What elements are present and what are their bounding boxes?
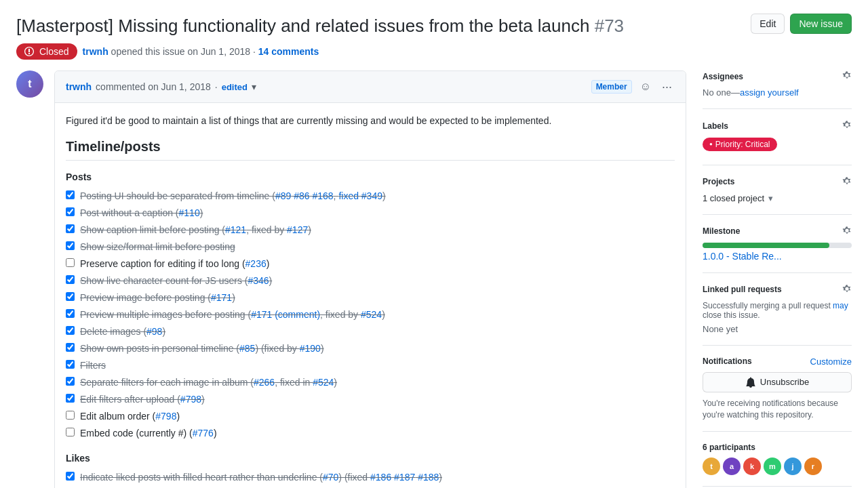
list-item: Filters (66, 357, 675, 374)
comment-with-avatar: t trwnh commented on Jun 1, 2018 · edite… (16, 70, 686, 488)
milestone-section: Milestone 1.0.0 - Stable Re... (703, 215, 852, 273)
milestone-gear-button[interactable] (842, 226, 852, 237)
comment-header: trwnh commented on Jun 1, 2018 · edited … (55, 71, 686, 103)
projects-gear-button[interactable] (842, 176, 852, 188)
comment-body: Figured it'd be good to maintain a list … (55, 103, 686, 488)
assignees-content: No one—assign yourself (703, 87, 852, 98)
main-content: t trwnh commented on Jun 1, 2018 · edite… (16, 70, 686, 488)
milestone-title: Milestone (703, 226, 852, 237)
list-item: Posting UI should be separated from time… (66, 188, 675, 205)
comment-header-right: Member ☺ ··· (591, 78, 675, 96)
content-layout: t trwnh commented on Jun 1, 2018 · edite… (16, 70, 852, 488)
new-issue-button[interactable]: New issue (790, 14, 852, 34)
unsubscribe-button[interactable]: Unsubscribe (703, 372, 852, 392)
participants-avatars: t a k m j r (703, 458, 852, 475)
gear-icon (842, 226, 852, 235)
closed-icon (24, 46, 35, 57)
list-item: Show own posts in personal timeline (#85… (66, 340, 675, 357)
likes-subsection-heading: Likes (66, 453, 675, 464)
posts-checklist: Posting UI should be separated from time… (66, 188, 675, 442)
gear-icon (842, 120, 852, 129)
participant-avatar[interactable]: j (784, 458, 802, 475)
edited-link[interactable]: edited (222, 82, 248, 92)
comment-intro: Figured it'd be good to maintain a list … (66, 114, 675, 128)
issue-title: [Masterpost] Missing functionality and r… (16, 14, 852, 38)
posts-subsection-heading: Posts (66, 171, 675, 182)
assignees-gear-button[interactable] (842, 70, 852, 82)
list-item: Show caption limit before posting (#121,… (66, 222, 675, 239)
list-item: Edit filters after upload (#798) (66, 391, 675, 408)
gear-icon (842, 70, 852, 80)
linked-prs-title: Linked pull requests (703, 284, 852, 296)
projects-title: Projects (703, 176, 852, 188)
issue-header: [Masterpost] Missing functionality and r… (16, 14, 852, 60)
may-close-link[interactable]: may (833, 301, 848, 310)
linked-prs-gear-button[interactable] (842, 284, 852, 296)
member-badge: Member (591, 80, 632, 94)
emoji-button[interactable]: ☺ (637, 78, 654, 96)
list-item: Delete images (#98) (66, 323, 675, 340)
linked-prs-section: Linked pull requests Successfully mergin… (703, 273, 852, 346)
assignees-section: Assignees No one—assign yourself (703, 70, 852, 109)
participant-avatar[interactable]: a (723, 458, 741, 475)
notifications-header: Notifications Customize (703, 357, 852, 367)
participant-avatar[interactable]: t (703, 458, 720, 475)
projects-content: 1 closed project ▾ (703, 193, 852, 203)
issue-meta: Closed trwnh opened this issue on Jun 1,… (16, 43, 852, 60)
likes-checklist: Indicate liked posts with filled heart r… (66, 469, 675, 488)
list-item: Show live character count for JS users (… (66, 272, 675, 289)
list-item: Show size/format limit before posting (66, 239, 675, 256)
list-item: Preview image before posting (#171) (66, 289, 675, 306)
status-badge: Closed (16, 43, 77, 60)
issue-meta-text: trwnh opened this issue on Jun 1, 2018 ·… (83, 46, 319, 57)
gear-icon (842, 176, 852, 186)
list-item: Indicate liked posts with filled heart r… (66, 469, 675, 486)
comment-box: trwnh commented on Jun 1, 2018 · edited … (54, 70, 686, 488)
comment-header-left: trwnh commented on Jun 1, 2018 · edited … (66, 81, 256, 92)
list-item: Embed code (currently #) (#776) (66, 425, 675, 442)
participants-title: 6 participants (703, 443, 852, 452)
avatar: t (16, 70, 43, 98)
issue-number: #73 (595, 16, 624, 36)
milestone-progress-bar-bg (703, 243, 852, 248)
edit-button[interactable]: Edit (751, 14, 785, 34)
dropdown-arrow-icon: ▾ (768, 193, 773, 203)
labels-section: Labels Priority: Critical (703, 109, 852, 165)
notifications-desc: You're receiving notifications because y… (703, 398, 852, 421)
labels-gear-button[interactable] (842, 120, 852, 131)
comment-author-link[interactable]: trwnh (66, 81, 92, 92)
linked-prs-desc: Successfully merging a pull request may … (703, 301, 852, 334)
notifications-section: Notifications Customize Unsubscribe You'… (703, 346, 852, 432)
section-heading: Timeline/posts (66, 139, 675, 161)
participants-section: 6 participants t a k m j r (703, 432, 852, 487)
participant-avatar[interactable]: m (764, 458, 781, 475)
author-link[interactable]: trwnh (83, 46, 108, 57)
list-item: Separate filters for each image in album… (66, 374, 675, 391)
list-item: Post without a caption (#110) (66, 205, 675, 222)
gear-icon (842, 284, 852, 293)
list-item: Preview multiple images before posting (… (66, 306, 675, 323)
customize-notifications-link[interactable]: Customize (810, 357, 852, 367)
assign-yourself-link[interactable]: assign yourself (740, 87, 799, 98)
more-options-button[interactable]: ··· (659, 78, 675, 96)
milestone-link[interactable]: 1.0.0 - Stable Re... (703, 251, 782, 262)
comments-link[interactable]: 14 comments (258, 46, 319, 57)
milestone-progress-bar-fill (703, 243, 829, 248)
labels-content: Priority: Critical (703, 137, 852, 154)
participant-avatar[interactable]: r (804, 458, 822, 475)
list-item: Edit album order (#798) (66, 408, 675, 425)
sidebar: Assignees No one—assign yourself Labels (703, 70, 852, 488)
assignees-title: Assignees (703, 70, 852, 82)
participant-avatar[interactable]: k (743, 458, 761, 475)
labels-title: Labels (703, 120, 852, 131)
priority-label: Priority: Critical (703, 138, 777, 151)
list-item: Preserve caption for editing if too long… (66, 256, 675, 272)
projects-section: Projects 1 closed project ▾ (703, 165, 852, 215)
bell-icon (745, 377, 756, 388)
milestone-content: 1.0.0 - Stable Re... (703, 243, 852, 262)
